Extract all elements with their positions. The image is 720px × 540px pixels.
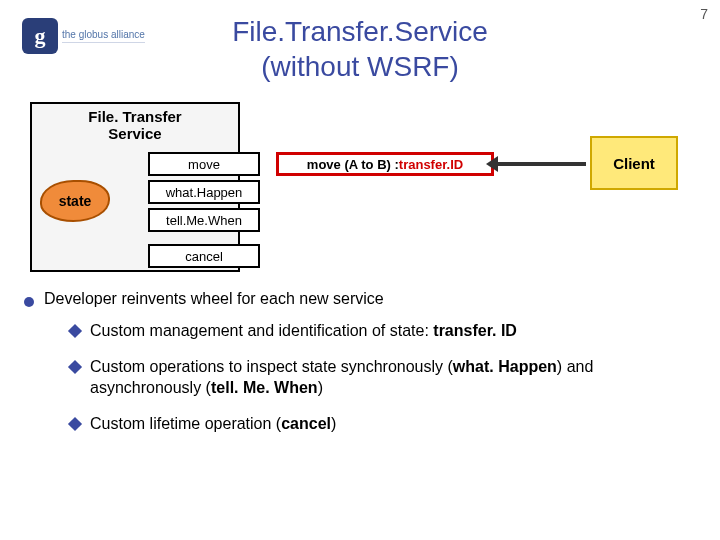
lead-text: Developer reinvents wheel for each new s… (44, 290, 384, 308)
sub-1-text: Custom management and identification of … (90, 320, 517, 342)
sub-bullet-1: Custom management and identification of … (70, 320, 696, 342)
state-blob: state (40, 180, 110, 222)
sub2-b: what. Happen (453, 358, 557, 375)
service-box-title: File. Transfer Service (32, 104, 238, 143)
op-cancel: cancel (148, 244, 260, 268)
globus-logo: g the globus alliance (22, 18, 145, 54)
architecture-diagram: File. Transfer Service state move what.H… (30, 102, 720, 282)
bullet-dot-icon (24, 297, 34, 307)
bullet-diamond-icon (68, 417, 82, 431)
service-title-line-1: File. Transfer (88, 108, 181, 125)
sub1-b: transfer. ID (433, 322, 517, 339)
page-number: 7 (700, 6, 708, 22)
sub3-a: Custom lifetime operation ( (90, 415, 281, 432)
sub-bullet-2: Custom operations to inspect state synch… (70, 356, 696, 399)
sub2-a: Custom operations to inspect state synch… (90, 358, 453, 375)
sub-2-text: Custom operations to inspect state synch… (90, 356, 696, 399)
sub-3-text: Custom lifetime operation (cancel) (90, 413, 336, 435)
sub1-a: Custom management and identification of … (90, 322, 433, 339)
client-arrow-icon (496, 162, 586, 166)
globus-logo-icon: g (22, 18, 58, 54)
slide-body: Developer reinvents wheel for each new s… (24, 290, 696, 434)
service-title-line-2: Service (108, 125, 161, 142)
call-prefix: move (A to B) : (307, 157, 399, 172)
op-move: move (148, 152, 260, 176)
sub3-b: cancel (281, 415, 331, 432)
title-line-2: (without WSRF) (261, 51, 459, 82)
client-box: Client (590, 136, 678, 190)
sub2-e: ) (318, 379, 323, 396)
call-return-value: transfer.ID (399, 157, 463, 172)
op-what-happen: what.Happen (148, 180, 260, 204)
lead-bullet: Developer reinvents wheel for each new s… (24, 290, 696, 308)
title-line-1: File.Transfer.Service (232, 16, 488, 47)
move-call-box: move (A to B) : transfer.ID (276, 152, 494, 176)
globus-logo-text: the globus alliance (62, 29, 145, 43)
sub-bullet-3: Custom lifetime operation (cancel) (70, 413, 696, 435)
sub2-d: tell. Me. When (211, 379, 318, 396)
bullet-diamond-icon (68, 360, 82, 374)
sub-bullet-list: Custom management and identification of … (70, 320, 696, 434)
file-transfer-service-box: File. Transfer Service state move what.H… (30, 102, 240, 272)
sub3-c: ) (331, 415, 336, 432)
bullet-diamond-icon (68, 324, 82, 338)
op-tell-me-when: tell.Me.When (148, 208, 260, 232)
